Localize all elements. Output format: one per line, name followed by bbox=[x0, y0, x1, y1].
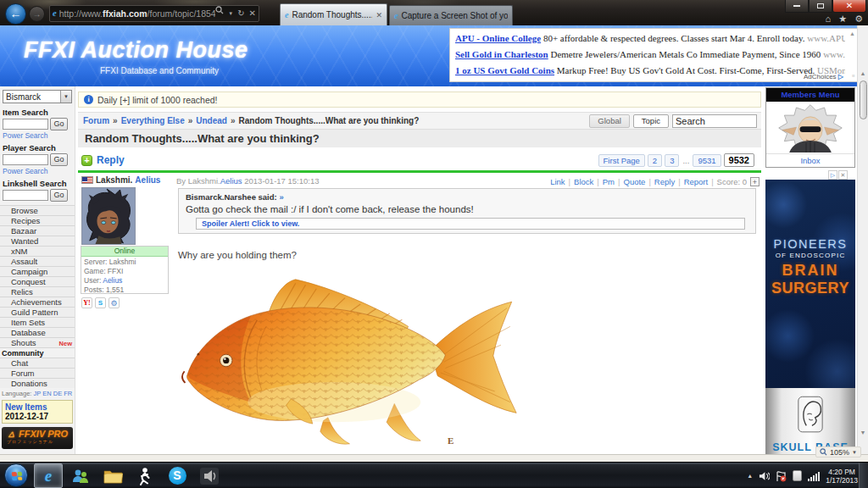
quote-jump-link[interactable]: » bbox=[279, 192, 283, 202]
action-center-flag-icon[interactable] bbox=[776, 470, 787, 481]
scrollbar-thumb[interactable] bbox=[860, 80, 867, 119]
ad-scroll-down-icon[interactable]: ≡ bbox=[852, 73, 855, 80]
breadcrumb-undead[interactable]: Undead bbox=[196, 116, 227, 125]
global-search-button[interactable]: Global bbox=[589, 114, 629, 128]
quote-action[interactable]: Quote bbox=[624, 177, 646, 186]
zoom-dropdown-icon[interactable]: ▼ bbox=[852, 450, 857, 455]
sidebar-item-conquest[interactable]: Conquest bbox=[0, 276, 75, 286]
author-link[interactable]: Aelius bbox=[220, 176, 242, 186]
topic-search-button[interactable]: Topic bbox=[633, 114, 669, 128]
sidebar-item-assault[interactable]: Assault bbox=[0, 256, 75, 266]
taskbar-messenger-button[interactable] bbox=[66, 463, 95, 488]
taskbar-aim-button[interactable] bbox=[131, 463, 159, 488]
start-button[interactable] bbox=[4, 463, 28, 487]
sidebar-item-chat[interactable]: Chat bbox=[0, 358, 75, 368]
item-search-go-button[interactable]: Go bbox=[50, 118, 68, 130]
page-first[interactable]: First Page bbox=[598, 154, 645, 167]
minimize-button[interactable] bbox=[785, 0, 809, 13]
sidebar-item-forum[interactable]: Forum bbox=[0, 368, 75, 378]
tab-inactive[interactable]: e Capture a Screen Shot of your ... bbox=[389, 5, 513, 25]
ad-link[interactable]: APU - Online College bbox=[455, 33, 541, 43]
sidebar-item-xnm[interactable]: xNM bbox=[0, 246, 75, 256]
tray-app-icon[interactable] bbox=[793, 470, 802, 481]
tools-gear-icon[interactable]: ⚙ bbox=[854, 13, 863, 25]
page-3[interactable]: 3 bbox=[665, 154, 679, 167]
report-action[interactable]: Report bbox=[684, 177, 709, 186]
scroll-down-icon[interactable]: ▼ bbox=[858, 430, 868, 435]
linkshell-search-go-button[interactable]: Go bbox=[50, 189, 68, 202]
reply-button[interactable]: Reply bbox=[97, 154, 125, 166]
sidebar-item-shouts[interactable]: ShoutsNew bbox=[0, 337, 75, 347]
scroll-up-icon[interactable]: ▲ bbox=[858, 70, 868, 76]
sidebar-item-recipes[interactable]: Recipes bbox=[0, 215, 75, 225]
sidebar-item-campaign[interactable]: Campaign bbox=[0, 266, 75, 276]
back-button[interactable]: ← bbox=[5, 3, 26, 25]
skype-icon[interactable]: S bbox=[95, 297, 106, 308]
ad-close-icon[interactable]: ✕ bbox=[838, 170, 848, 180]
favorites-star-icon[interactable]: ★ bbox=[838, 13, 847, 25]
home-icon[interactable]: ⌂ bbox=[826, 13, 832, 25]
reply-action[interactable]: Reply bbox=[654, 177, 675, 186]
taskbar-ie-button[interactable]: e bbox=[34, 463, 63, 488]
server-select[interactable]: Bismarck ▼ bbox=[3, 90, 72, 103]
item-search-input[interactable] bbox=[3, 119, 48, 130]
new-items-link[interactable]: New Items bbox=[5, 402, 70, 412]
ad-link[interactable]: 1 oz US Govt Gold Coins bbox=[455, 65, 554, 75]
sidebar-item-wanted[interactable]: Wanted bbox=[0, 236, 75, 246]
upvote-button[interactable]: + bbox=[750, 177, 760, 186]
taskbar-explorer-button[interactable] bbox=[98, 463, 127, 488]
player-search-go-button[interactable]: Go bbox=[50, 153, 68, 166]
sidebar-item-database[interactable]: Database bbox=[0, 327, 75, 337]
adchoices-label[interactable]: AdChoices ▷ bbox=[804, 73, 843, 80]
sidebar-item-bazaar[interactable]: Bazaar bbox=[0, 225, 75, 236]
skyscraper-ad-footer[interactable]: SKULL BASE bbox=[765, 388, 855, 454]
pm-action[interactable]: Pm bbox=[603, 177, 615, 186]
gear-icon[interactable]: ⚙ bbox=[108, 297, 120, 308]
player-search-input[interactable] bbox=[3, 154, 48, 165]
vertical-scrollbar[interactable]: ▲ ▼ bbox=[857, 25, 868, 454]
power-search-link[interactable]: Power Search bbox=[0, 166, 75, 176]
volume-icon[interactable] bbox=[759, 471, 770, 481]
ad-row[interactable]: APU - Online College 80+ affordable & re… bbox=[455, 30, 845, 47]
language-links[interactable]: JP EN DE FR bbox=[34, 390, 73, 397]
refresh-icon[interactable]: ↻ bbox=[237, 6, 244, 21]
show-desktop-button[interactable] bbox=[859, 463, 868, 488]
sidebar-item-item-sets[interactable]: Item Sets bbox=[0, 317, 75, 327]
network-signal-icon[interactable] bbox=[808, 471, 820, 481]
ffxivpro-banner[interactable]: 🜂 FFXIV PRO プロフェッショナル bbox=[2, 427, 73, 449]
tab-active[interactable]: e Random Thoughts.....What ... ✕ bbox=[280, 3, 387, 25]
ad-row[interactable]: Sell Gold in Charleston Demetre Jewelers… bbox=[455, 47, 845, 63]
ad-scroll-up-icon[interactable]: ▲ bbox=[849, 30, 855, 37]
address-bar[interactable]: e http://www.ffxiah.com/forum/topic/1854… bbox=[49, 5, 259, 22]
spoiler-toggle[interactable]: Spoiler Alert! Click to view. bbox=[196, 218, 745, 230]
sidebar-item-browse[interactable]: Browse bbox=[0, 205, 75, 215]
sidebar-item-achievements[interactable]: Achievements bbox=[0, 297, 75, 307]
ad-row[interactable]: 1 oz US Govt Gold Coins Markup Free! Buy… bbox=[455, 63, 845, 79]
breadcrumb-forum[interactable]: Forum bbox=[83, 116, 109, 125]
stop-icon[interactable]: ✕ bbox=[249, 6, 256, 21]
avatar[interactable] bbox=[81, 187, 136, 245]
breadcrumb-everything-else[interactable]: Everything Else bbox=[121, 116, 185, 125]
maximize-button[interactable] bbox=[809, 0, 832, 13]
new-items-box[interactable]: New Items 2012-12-17 bbox=[2, 400, 73, 424]
link-action[interactable]: Link bbox=[550, 177, 565, 186]
close-button[interactable]: ✕ bbox=[832, 0, 866, 13]
linkshell-search-input[interactable] bbox=[3, 190, 48, 201]
sidebar-item-guild-pattern[interactable]: Guild Pattern bbox=[0, 307, 75, 317]
clock[interactable]: 4:20 PM 1/17/2013 bbox=[826, 468, 858, 485]
sidebar-item-donations[interactable]: Donations bbox=[0, 378, 75, 388]
taskbar-skype-button[interactable]: S bbox=[163, 463, 192, 488]
sidebar-item-relics[interactable]: Relics bbox=[0, 286, 75, 297]
adchoices-icon[interactable]: ▷ bbox=[828, 170, 837, 180]
inbox-link[interactable]: Inbox bbox=[766, 154, 854, 167]
yahoo-icon[interactable]: Y! bbox=[81, 297, 92, 308]
page-2[interactable]: 2 bbox=[648, 154, 662, 167]
post-author-name[interactable]: Lakshmi.Aelius bbox=[81, 175, 160, 185]
skyscraper-ad[interactable]: PIONEERS OF ENDOSCOPIC BRAIN SURGERY bbox=[765, 180, 855, 388]
search-input[interactable] bbox=[672, 114, 757, 128]
search-icon[interactable] bbox=[215, 6, 224, 14]
forward-button[interactable]: → bbox=[29, 6, 45, 22]
block-action[interactable]: Block bbox=[574, 177, 593, 186]
hidden-icons-arrow[interactable]: ▲ bbox=[747, 473, 753, 479]
power-search-link[interactable]: Power Search bbox=[0, 130, 75, 141]
